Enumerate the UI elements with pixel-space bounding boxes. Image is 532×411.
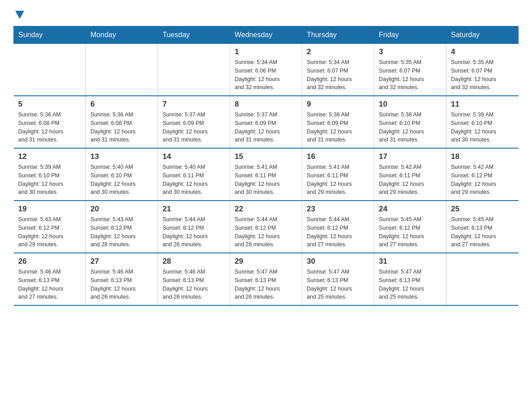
calendar-cell: 28Sunrise: 5:46 AM Sunset: 6:13 PM Dayli… — [158, 253, 230, 305]
day-number: 12 — [18, 152, 82, 161]
calendar-cell: 20Sunrise: 5:43 AM Sunset: 6:12 PM Dayli… — [86, 201, 158, 253]
day-number: 23 — [307, 205, 369, 214]
calendar-cell: 15Sunrise: 5:41 AM Sunset: 6:11 PM Dayli… — [230, 148, 302, 201]
day-number: 17 — [379, 152, 442, 161]
calendar-cell: 13Sunrise: 5:40 AM Sunset: 6:10 PM Dayli… — [86, 148, 158, 201]
day-number: 29 — [235, 257, 297, 266]
day-info: Sunrise: 5:41 AM Sunset: 6:11 PM Dayligh… — [307, 163, 369, 197]
day-info: Sunrise: 5:47 AM Sunset: 6:13 PM Dayligh… — [307, 268, 369, 301]
day-number: 26 — [18, 257, 82, 266]
day-of-week-header: Wednesday — [230, 26, 302, 44]
calendar-cell — [446, 253, 519, 305]
day-number: 1 — [235, 47, 297, 56]
calendar-cell: 7Sunrise: 5:37 AM Sunset: 6:09 PM Daylig… — [158, 96, 230, 148]
day-number: 21 — [163, 205, 225, 214]
calendar-cell: 12Sunrise: 5:39 AM Sunset: 6:10 PM Dayli… — [14, 148, 86, 201]
day-info: Sunrise: 5:39 AM Sunset: 6:10 PM Dayligh… — [18, 163, 82, 197]
calendar-cell: 22Sunrise: 5:44 AM Sunset: 6:12 PM Dayli… — [230, 201, 302, 253]
calendar-table: SundayMondayTuesdayWednesdayThursdayFrid… — [13, 26, 519, 306]
day-info: Sunrise: 5:41 AM Sunset: 6:11 PM Dayligh… — [235, 163, 297, 197]
day-number: 4 — [451, 47, 514, 56]
calendar-cell: 8Sunrise: 5:37 AM Sunset: 6:09 PM Daylig… — [230, 96, 302, 148]
day-info: Sunrise: 5:43 AM Sunset: 6:12 PM Dayligh… — [90, 215, 153, 249]
logo-triangle-icon — [15, 11, 24, 19]
calendar-cell: 11Sunrise: 5:39 AM Sunset: 6:10 PM Dayli… — [446, 96, 519, 148]
day-info: Sunrise: 5:37 AM Sunset: 6:09 PM Dayligh… — [163, 111, 225, 144]
day-info: Sunrise: 5:44 AM Sunset: 6:12 PM Dayligh… — [163, 215, 225, 249]
calendar-header-row: SundayMondayTuesdayWednesdayThursdayFrid… — [14, 26, 519, 44]
day-info: Sunrise: 5:45 AM Sunset: 6:12 PM Dayligh… — [379, 215, 442, 249]
day-of-week-header: Sunday — [14, 26, 86, 44]
calendar-cell: 14Sunrise: 5:40 AM Sunset: 6:11 PM Dayli… — [158, 148, 230, 201]
day-number: 6 — [90, 100, 153, 109]
calendar-cell: 31Sunrise: 5:47 AM Sunset: 6:13 PM Dayli… — [374, 253, 446, 305]
calendar-cell: 4Sunrise: 5:35 AM Sunset: 6:07 PM Daylig… — [446, 44, 519, 96]
calendar-cell: 29Sunrise: 5:47 AM Sunset: 6:13 PM Dayli… — [230, 253, 302, 305]
day-info: Sunrise: 5:35 AM Sunset: 6:07 PM Dayligh… — [451, 58, 514, 92]
day-info: Sunrise: 5:38 AM Sunset: 6:09 PM Dayligh… — [307, 111, 369, 144]
calendar-cell: 30Sunrise: 5:47 AM Sunset: 6:13 PM Dayli… — [302, 253, 374, 305]
day-of-week-header: Monday — [86, 26, 158, 44]
day-number: 20 — [90, 205, 153, 214]
day-number: 15 — [235, 152, 297, 161]
day-info: Sunrise: 5:39 AM Sunset: 6:10 PM Dayligh… — [451, 111, 514, 144]
day-of-week-header: Friday — [374, 26, 446, 44]
day-number: 10 — [379, 100, 442, 109]
day-number: 11 — [451, 100, 514, 109]
logo — [13, 9, 24, 17]
calendar-week-row: 12Sunrise: 5:39 AM Sunset: 6:10 PM Dayli… — [14, 148, 519, 201]
calendar-cell: 3Sunrise: 5:35 AM Sunset: 6:07 PM Daylig… — [374, 44, 446, 96]
day-number: 22 — [235, 205, 297, 214]
calendar-cell: 9Sunrise: 5:38 AM Sunset: 6:09 PM Daylig… — [302, 96, 374, 148]
day-number: 3 — [379, 47, 442, 56]
calendar-cell: 16Sunrise: 5:41 AM Sunset: 6:11 PM Dayli… — [302, 148, 374, 201]
day-number: 30 — [307, 257, 369, 266]
calendar-cell — [14, 44, 86, 96]
day-of-week-header: Thursday — [302, 26, 374, 44]
day-number: 8 — [235, 100, 297, 109]
calendar-cell: 17Sunrise: 5:42 AM Sunset: 6:11 PM Dayli… — [374, 148, 446, 201]
day-info: Sunrise: 5:40 AM Sunset: 6:11 PM Dayligh… — [163, 163, 225, 197]
day-info: Sunrise: 5:47 AM Sunset: 6:13 PM Dayligh… — [235, 268, 297, 301]
day-number: 9 — [307, 100, 369, 109]
calendar-cell: 1Sunrise: 5:34 AM Sunset: 6:06 PM Daylig… — [230, 44, 302, 96]
day-number: 16 — [307, 152, 369, 161]
day-info: Sunrise: 5:40 AM Sunset: 6:10 PM Dayligh… — [90, 163, 153, 197]
calendar-cell: 21Sunrise: 5:44 AM Sunset: 6:12 PM Dayli… — [158, 201, 230, 253]
day-number: 31 — [379, 257, 442, 266]
calendar-cell: 23Sunrise: 5:44 AM Sunset: 6:12 PM Dayli… — [302, 201, 374, 253]
day-info: Sunrise: 5:47 AM Sunset: 6:13 PM Dayligh… — [379, 268, 442, 301]
day-info: Sunrise: 5:44 AM Sunset: 6:12 PM Dayligh… — [235, 215, 297, 249]
day-number: 5 — [18, 100, 82, 109]
day-info: Sunrise: 5:37 AM Sunset: 6:09 PM Dayligh… — [235, 111, 297, 144]
day-info: Sunrise: 5:36 AM Sunset: 6:08 PM Dayligh… — [18, 111, 82, 144]
day-info: Sunrise: 5:42 AM Sunset: 6:12 PM Dayligh… — [451, 163, 514, 197]
calendar-cell: 6Sunrise: 5:36 AM Sunset: 6:08 PM Daylig… — [86, 96, 158, 148]
day-info: Sunrise: 5:43 AM Sunset: 6:12 PM Dayligh… — [18, 215, 82, 249]
day-info: Sunrise: 5:34 AM Sunset: 6:06 PM Dayligh… — [235, 58, 297, 92]
day-info: Sunrise: 5:38 AM Sunset: 6:10 PM Dayligh… — [379, 111, 442, 144]
calendar-week-row: 19Sunrise: 5:43 AM Sunset: 6:12 PM Dayli… — [14, 201, 519, 253]
day-number: 13 — [90, 152, 153, 161]
day-number: 18 — [451, 152, 514, 161]
day-info: Sunrise: 5:45 AM Sunset: 6:13 PM Dayligh… — [451, 215, 514, 249]
day-info: Sunrise: 5:46 AM Sunset: 6:13 PM Dayligh… — [163, 268, 225, 301]
calendar-cell — [86, 44, 158, 96]
day-info: Sunrise: 5:35 AM Sunset: 6:07 PM Dayligh… — [379, 58, 442, 92]
calendar-week-row: 5Sunrise: 5:36 AM Sunset: 6:08 PM Daylig… — [14, 96, 519, 148]
calendar-cell — [158, 44, 230, 96]
calendar-cell: 24Sunrise: 5:45 AM Sunset: 6:12 PM Dayli… — [374, 201, 446, 253]
day-info: Sunrise: 5:46 AM Sunset: 6:13 PM Dayligh… — [18, 268, 82, 301]
day-number: 24 — [379, 205, 442, 214]
calendar-cell: 19Sunrise: 5:43 AM Sunset: 6:12 PM Dayli… — [14, 201, 86, 253]
day-info: Sunrise: 5:36 AM Sunset: 6:08 PM Dayligh… — [90, 111, 153, 144]
calendar-cell: 26Sunrise: 5:46 AM Sunset: 6:13 PM Dayli… — [14, 253, 86, 305]
day-of-week-header: Tuesday — [158, 26, 230, 44]
day-number: 7 — [163, 100, 225, 109]
day-number: 25 — [451, 205, 514, 214]
day-info: Sunrise: 5:42 AM Sunset: 6:11 PM Dayligh… — [379, 163, 442, 197]
calendar-cell: 10Sunrise: 5:38 AM Sunset: 6:10 PM Dayli… — [374, 96, 446, 148]
calendar-week-row: 26Sunrise: 5:46 AM Sunset: 6:13 PM Dayli… — [14, 253, 519, 305]
day-info: Sunrise: 5:46 AM Sunset: 6:13 PM Dayligh… — [90, 268, 153, 301]
day-number: 27 — [90, 257, 153, 266]
